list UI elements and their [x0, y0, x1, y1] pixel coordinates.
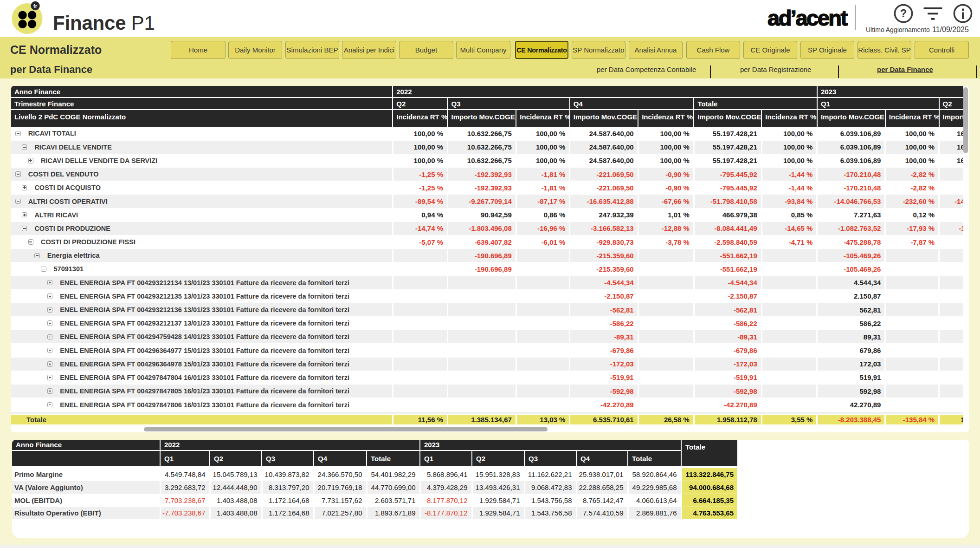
svg-text:fr: fr	[33, 3, 38, 9]
svg-text:?: ?	[900, 7, 907, 20]
